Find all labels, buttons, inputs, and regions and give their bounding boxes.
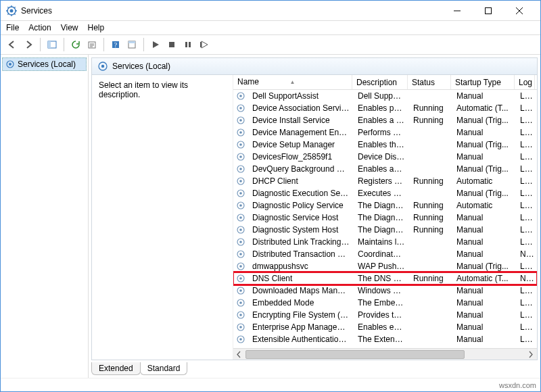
svg-rect-12 xyxy=(189,42,191,47)
service-row[interactable]: Encrypting File System (EFS)Provides th.… xyxy=(233,309,537,321)
tree-root-services-local[interactable]: Services (Local) xyxy=(2,57,87,71)
service-row[interactable]: Device Setup ManagerEnables the ...Manua… xyxy=(233,139,537,151)
stop-service-button[interactable] xyxy=(164,37,179,52)
service-row[interactable]: Device Association ServiceEnables pair..… xyxy=(233,102,537,114)
svg-point-37 xyxy=(239,204,242,207)
service-row[interactable]: Distributed Link Tracking Cl...Maintains… xyxy=(233,236,537,248)
service-row[interactable]: DevQuery Background Disc...Enables app..… xyxy=(233,163,537,175)
close-button[interactable] xyxy=(504,1,535,21)
menu-help[interactable]: Help xyxy=(88,23,105,32)
service-description: Windows se... xyxy=(354,286,409,295)
column-startup-type[interactable]: Startup Type xyxy=(451,75,515,89)
service-name: Embedded Mode xyxy=(248,298,354,308)
description-pane: Select an item to view its description. xyxy=(92,75,233,360)
service-row[interactable]: dmwappushsvcWAP Push ...Manual (Trig...L… xyxy=(233,260,537,272)
service-logon: Loc xyxy=(516,310,536,320)
service-startup: Manual xyxy=(452,237,516,247)
service-description: Device Disc... xyxy=(354,152,409,162)
service-row[interactable]: Device Install ServiceEnables a c...Runn… xyxy=(233,114,537,126)
service-row[interactable]: Device Management Enroll...Performs D...… xyxy=(233,126,537,139)
maximize-button[interactable] xyxy=(473,1,504,21)
service-startup: Manual xyxy=(452,286,516,295)
service-name: dmwappushsvc xyxy=(248,262,354,271)
restart-service-button[interactable] xyxy=(197,37,212,52)
service-name: Diagnostic System Host xyxy=(248,225,354,235)
column-status[interactable]: Status xyxy=(408,75,451,89)
service-logon: Loc xyxy=(516,286,536,295)
service-gear-icon xyxy=(236,262,247,271)
service-description: The Embed... xyxy=(354,298,409,308)
refresh-button[interactable] xyxy=(68,37,83,52)
service-row[interactable]: Diagnostic Policy ServiceThe Diagno...Ru… xyxy=(233,199,537,212)
menu-action[interactable]: Action xyxy=(28,23,51,32)
scroll-right-icon[interactable] xyxy=(525,349,537,360)
svg-rect-11 xyxy=(185,42,187,47)
gear-icon xyxy=(97,61,108,72)
service-row[interactable]: Extensible Authentication P...The Extens… xyxy=(233,333,537,345)
service-row[interactable]: Embedded ModeThe Embed...ManualLoc xyxy=(233,297,537,309)
service-row[interactable]: Dell SupportAssistDell Suppor...ManualLo… xyxy=(233,90,537,102)
tab-standard[interactable]: Standard xyxy=(140,362,188,375)
svg-point-57 xyxy=(239,326,242,328)
service-description: Coordinates... xyxy=(354,249,409,259)
service-rows: Dell SupportAssistDell Suppor...ManualLo… xyxy=(233,90,537,348)
export-button[interactable] xyxy=(85,37,99,52)
service-status: Running xyxy=(409,274,452,283)
service-row[interactable]: Distributed Transaction Co...Coordinates… xyxy=(233,248,537,260)
gear-icon xyxy=(5,59,15,69)
forward-button[interactable] xyxy=(21,37,36,52)
content-body: Select an item to view its description. … xyxy=(91,75,538,360)
pause-service-button[interactable] xyxy=(181,37,195,52)
help-button[interactable]: ? xyxy=(108,37,123,52)
svg-point-21 xyxy=(239,107,242,109)
toolbar-separator xyxy=(64,38,64,51)
service-row[interactable]: Diagnostic System HostThe Diagno...Runni… xyxy=(233,224,537,236)
service-gear-icon xyxy=(236,128,247,137)
sort-ascending-icon: ▲ xyxy=(290,79,296,85)
horizontal-scrollbar[interactable] xyxy=(233,348,537,360)
body: Services (Local) Services (Local) Select… xyxy=(1,55,540,378)
tab-extended[interactable]: Extended xyxy=(91,362,141,375)
column-name-label[interactable]: Name xyxy=(237,77,259,87)
column-log-on-as[interactable]: Log xyxy=(515,75,535,89)
properties-button[interactable] xyxy=(124,37,139,52)
column-description[interactable]: Description xyxy=(352,75,408,89)
service-name: Distributed Transaction Co... xyxy=(248,249,354,259)
menu-file[interactable]: File xyxy=(6,23,19,32)
service-description: Enables a c... xyxy=(354,116,409,125)
start-service-button[interactable] xyxy=(148,37,163,52)
service-row[interactable]: DHCP ClientRegisters an...RunningAutomat… xyxy=(233,175,537,187)
service-description: Provides th... xyxy=(354,310,409,320)
menu-view[interactable]: View xyxy=(61,23,78,32)
service-startup: Automatic (T... xyxy=(452,103,516,113)
service-gear-icon xyxy=(236,176,247,186)
svg-point-27 xyxy=(239,143,242,146)
service-startup: Automatic (T... xyxy=(452,274,516,283)
service-startup: Manual xyxy=(452,298,516,308)
service-gear-icon xyxy=(236,237,247,247)
service-row[interactable]: Enterprise App Managemen...Enables ent..… xyxy=(233,321,537,333)
service-description: The Extensi... xyxy=(354,335,409,344)
service-row[interactable]: DevicesFlow_25859f1Device Disc...ManualL… xyxy=(233,151,537,163)
service-description: Enables ent... xyxy=(354,322,409,332)
scroll-left-icon[interactable] xyxy=(233,349,245,360)
back-button[interactable] xyxy=(5,37,20,52)
service-logon: Loc xyxy=(516,128,536,137)
service-logon: Loc xyxy=(516,322,536,332)
service-startup: Manual xyxy=(452,310,516,320)
service-startup: Manual (Trig... xyxy=(452,262,516,271)
scrollbar-thumb[interactable] xyxy=(245,350,465,359)
service-name: Encrypting File System (EFS) xyxy=(248,310,354,320)
show-hide-tree-button[interactable] xyxy=(45,37,60,52)
service-row[interactable]: Downloaded Maps ManagerWindows se...Manu… xyxy=(233,285,537,297)
service-row[interactable]: Diagnostic Execution ServiceExecutes dia… xyxy=(233,187,537,199)
svg-point-35 xyxy=(239,192,242,195)
service-gear-icon xyxy=(236,164,247,174)
description-prompt: Select an item to view its description. xyxy=(99,80,188,99)
service-row[interactable]: Diagnostic Service HostThe Diagno...Runn… xyxy=(233,212,537,224)
minimize-button[interactable] xyxy=(442,1,473,21)
service-name: Diagnostic Execution Service xyxy=(248,189,354,198)
service-logon: Loc xyxy=(516,298,536,308)
service-row[interactable]: DNS ClientThe DNS Cli...RunningAutomatic… xyxy=(233,272,537,285)
service-startup: Manual (Trig... xyxy=(452,116,516,125)
